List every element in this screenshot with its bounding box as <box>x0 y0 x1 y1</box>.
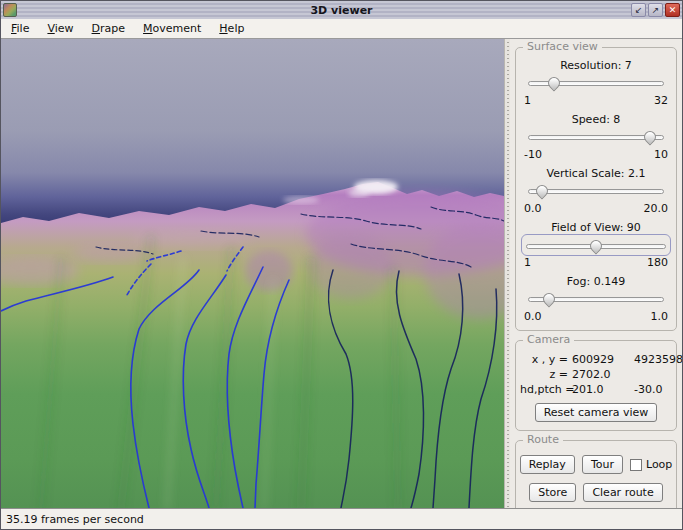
close-window-icon[interactable]: ✕ <box>665 3 680 17</box>
field-of-view-label: Field of View: 90 <box>522 220 670 235</box>
resolution-max: 32 <box>654 93 668 109</box>
slider-track[interactable] <box>528 81 664 86</box>
speed-slider[interactable] <box>524 127 668 147</box>
speed-slider-group: Speed: 8 -10 10 <box>522 112 670 163</box>
camera-hdptch-label: hd,ptch = <box>520 383 572 396</box>
loop-checkbox-label: Loop <box>646 458 672 471</box>
speed-min: -10 <box>524 147 542 163</box>
menu-bar: File View Drape Movement Help <box>1 19 682 39</box>
fog-min: 0.0 <box>524 309 542 325</box>
fog-max: 1.0 <box>651 309 669 325</box>
terrain-3d-viewport[interactable] <box>1 39 504 508</box>
slider-thumb[interactable] <box>534 183 551 200</box>
camera-z-spacer <box>634 368 682 381</box>
replay-button[interactable]: Replay <box>520 455 575 474</box>
title-bar[interactable]: 3D viewer ↙ ↗ ✕ <box>1 1 682 19</box>
camera-readout: x , y = 600929 4923598 z = 2702.0 hd,ptc… <box>520 353 672 396</box>
slider-thumb[interactable] <box>546 75 563 92</box>
slider-track[interactable] <box>528 135 664 140</box>
surface-view-title: Surface view <box>523 40 602 53</box>
store-button[interactable]: Store <box>529 483 576 502</box>
resolution-slider-group: Resolution: 7 1 32 <box>522 58 670 109</box>
loop-checkbox[interactable] <box>630 459 642 471</box>
slider-thumb[interactable] <box>641 129 658 146</box>
surface-view-group: Surface view Resolution: 7 1 32 Speed: 8 <box>515 47 677 331</box>
field-of-view-slider[interactable] <box>521 234 671 256</box>
menu-file[interactable]: File <box>9 20 37 37</box>
control-panel: Surface view Resolution: 7 1 32 Speed: 8 <box>510 39 682 508</box>
field-of-view-slider-group: Field of View: 90 1 180 <box>522 220 670 271</box>
camera-title: Camera <box>523 333 574 346</box>
route-group: Route Replay Tour Loop Store Clear route <box>515 440 677 513</box>
camera-xy-label: x , y = <box>520 353 572 366</box>
fog-slider[interactable] <box>524 289 668 309</box>
camera-group: Camera x , y = 600929 4923598 z = 2702.0… <box>515 340 677 431</box>
field-of-view-min: 1 <box>524 255 531 271</box>
terrain-scene <box>1 39 504 508</box>
fps-status-text: 35.19 frames per second <box>6 513 144 526</box>
camera-z-value: 2702.0 <box>572 368 634 381</box>
speed-label: Speed: 8 <box>522 112 670 127</box>
resolution-label: Resolution: 7 <box>522 58 670 73</box>
clear-route-button[interactable]: Clear route <box>583 483 662 502</box>
app-window: 3D viewer ↙ ↗ ✕ File View Drape Movement… <box>0 0 683 530</box>
menu-help[interactable]: Help <box>217 20 252 37</box>
resolution-min: 1 <box>524 93 531 109</box>
vertical-scale-slider-group: Vertical Scale: 2.1 0.0 20.0 <box>522 166 670 217</box>
status-bar: 35.19 frames per second <box>1 508 682 530</box>
tour-button[interactable]: Tour <box>582 455 623 474</box>
resolution-slider[interactable] <box>524 73 668 93</box>
reset-camera-button[interactable]: Reset camera view <box>535 403 658 422</box>
route-title: Route <box>523 433 563 446</box>
slider-thumb[interactable] <box>541 291 558 308</box>
loop-checkbox-wrap: Loop <box>630 458 672 471</box>
vertical-scale-label: Vertical Scale: 2.1 <box>522 166 670 181</box>
camera-x-value: 600929 <box>572 353 634 366</box>
camera-y-value: 4923598 <box>634 353 682 366</box>
slider-track[interactable] <box>526 244 666 249</box>
field-of-view-max: 180 <box>647 255 668 271</box>
speed-max: 10 <box>654 147 668 163</box>
vertical-scale-max: 20.0 <box>644 201 669 217</box>
slider-thumb[interactable] <box>588 238 605 255</box>
vertical-scale-slider[interactable] <box>524 181 668 201</box>
menu-drape[interactable]: Drape <box>90 20 134 37</box>
vertical-scale-min: 0.0 <box>524 201 542 217</box>
maximize-window-icon[interactable]: ↗ <box>648 3 663 17</box>
camera-z-label: z = <box>520 368 572 381</box>
slider-track[interactable] <box>528 189 664 194</box>
menu-movement[interactable]: Movement <box>141 20 209 37</box>
camera-ptch-value: -30.0 <box>634 383 682 396</box>
fog-slider-group: Fog: 0.149 0.0 1.0 <box>522 274 670 325</box>
camera-hd-value: 201.0 <box>572 383 634 396</box>
menu-view[interactable]: View <box>45 20 81 37</box>
fog-label: Fog: 0.149 <box>522 274 670 289</box>
window-title: 3D viewer <box>1 4 682 17</box>
slider-track[interactable] <box>528 297 664 302</box>
shade-window-icon[interactable]: ↙ <box>631 3 646 17</box>
